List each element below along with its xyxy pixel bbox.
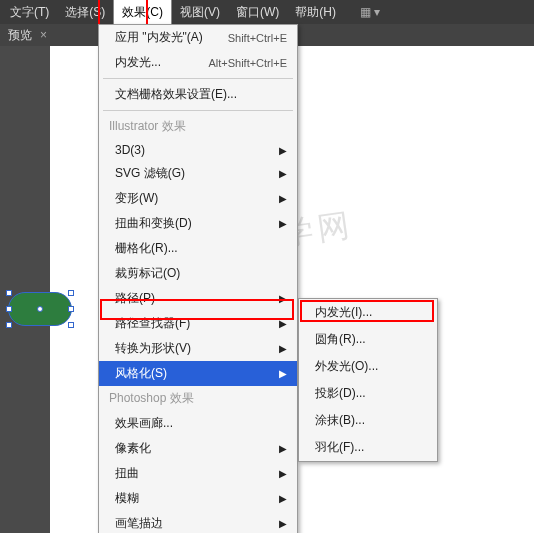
effect-dropdown: 应用 "内发光"(A) Shift+Ctrl+E 内发光... Alt+Shif…: [98, 24, 298, 533]
menu-item-label: 涂抹(B)...: [315, 412, 365, 429]
anchor-handle[interactable]: [6, 306, 12, 312]
group-header-photoshop: Photoshop 效果: [99, 386, 297, 411]
menu-item[interactable]: 转换为形状(V)▶: [99, 336, 297, 361]
menu-item[interactable]: 模糊▶: [99, 486, 297, 511]
anchor-handle[interactable]: [6, 322, 12, 328]
menu-item-label: 扭曲和变换(D): [115, 215, 192, 232]
menu-item[interactable]: 内发光(I)...: [299, 299, 437, 326]
menu-item[interactable]: 路径(P)▶: [99, 286, 297, 311]
menu-item[interactable]: 画笔描边▶: [99, 511, 297, 533]
menu-item-label: 路径查找器(F): [115, 315, 190, 332]
menu-item-label: 应用 "内发光"(A): [115, 29, 203, 46]
menu-item[interactable]: 像素化▶: [99, 436, 297, 461]
shortcut-text: Shift+Ctrl+E: [228, 32, 287, 44]
menu-apply-last[interactable]: 应用 "内发光"(A) Shift+Ctrl+E: [99, 25, 297, 50]
menu-item-label: 投影(D)...: [315, 385, 366, 402]
menu-item-label: 效果画廊...: [115, 415, 173, 432]
chevron-right-icon: ▶: [279, 168, 287, 179]
menu-item[interactable]: 3D(3)▶: [99, 139, 297, 161]
menu-item[interactable]: 扭曲▶: [99, 461, 297, 486]
menu-item[interactable]: 羽化(F)...: [299, 434, 437, 461]
tab-label: 预览: [8, 27, 32, 44]
menu-item[interactable]: 涂抹(B)...: [299, 407, 437, 434]
layout-icon[interactable]: ▦ ▾: [360, 5, 380, 19]
anchor-handle[interactable]: [68, 290, 74, 296]
menu-item-label: 外发光(O)...: [315, 358, 378, 375]
chevron-right-icon: ▶: [279, 518, 287, 529]
group-header-illustrator: Illustrator 效果: [99, 114, 297, 139]
menu-item-label: 路径(P): [115, 290, 155, 307]
chevron-right-icon: ▶: [279, 193, 287, 204]
menu-item[interactable]: 变形(W)▶: [99, 186, 297, 211]
menu-item-label: 羽化(F)...: [315, 439, 364, 456]
menu-effect[interactable]: 效果(C): [113, 0, 172, 26]
chevron-right-icon: ▶: [279, 145, 287, 156]
menu-item-label: 扭曲: [115, 465, 139, 482]
menu-item-label: 圆角(R)...: [315, 331, 366, 348]
menu-inner-glow[interactable]: 内发光... Alt+Shift+Ctrl+E: [99, 50, 297, 75]
menu-item[interactable]: 风格化(S)▶: [99, 361, 297, 386]
menu-item-label: 内发光(I)...: [315, 304, 372, 321]
menu-item-label: 风格化(S): [115, 365, 167, 382]
chevron-right-icon: ▶: [279, 318, 287, 329]
menu-item[interactable]: 圆角(R)...: [299, 326, 437, 353]
menu-item[interactable]: 栅格化(R)...: [99, 236, 297, 261]
menu-item-label: 模糊: [115, 490, 139, 507]
separator: [103, 110, 293, 111]
menu-help[interactable]: 帮助(H): [287, 0, 344, 25]
menu-item[interactable]: 裁剪标记(O): [99, 261, 297, 286]
shortcut-text: Alt+Shift+Ctrl+E: [208, 57, 287, 69]
menu-doc-raster[interactable]: 文档栅格效果设置(E)...: [99, 82, 297, 107]
menu-item-label: 裁剪标记(O): [115, 265, 180, 282]
menu-item-label: 文档栅格效果设置(E)...: [115, 86, 237, 103]
menu-item-label: 像素化: [115, 440, 151, 457]
document-tab[interactable]: 预览 ×: [0, 24, 55, 47]
anchor-handle[interactable]: [6, 290, 12, 296]
menu-item[interactable]: 路径查找器(F)▶: [99, 311, 297, 336]
menu-item[interactable]: 效果画廊...: [99, 411, 297, 436]
separator: [103, 78, 293, 79]
menu-item[interactable]: 扭曲和变换(D)▶: [99, 211, 297, 236]
menu-item-label: 变形(W): [115, 190, 158, 207]
anchor-center[interactable]: [37, 306, 43, 312]
menu-view[interactable]: 视图(V): [172, 0, 228, 25]
close-icon[interactable]: ×: [40, 28, 47, 42]
menu-item-label: SVG 滤镜(G): [115, 165, 185, 182]
menu-text[interactable]: 文字(T): [2, 0, 57, 25]
anchor-handle[interactable]: [68, 322, 74, 328]
chevron-right-icon: ▶: [279, 343, 287, 354]
menu-item-label: 画笔描边: [115, 515, 163, 532]
menu-item-label: 内发光...: [115, 54, 161, 71]
anchor-handle[interactable]: [68, 306, 74, 312]
menu-item[interactable]: 投影(D)...: [299, 380, 437, 407]
menu-item[interactable]: SVG 滤镜(G)▶: [99, 161, 297, 186]
menubar: 文字(T) 选择(S) 效果(C) 视图(V) 窗口(W) 帮助(H) ▦ ▾: [0, 0, 534, 24]
menu-item-label: 3D(3): [115, 143, 145, 157]
menu-select[interactable]: 选择(S): [57, 0, 113, 25]
chevron-right-icon: ▶: [279, 218, 287, 229]
selected-shape[interactable]: [8, 292, 72, 326]
chevron-right-icon: ▶: [279, 443, 287, 454]
menu-item-label: 转换为形状(V): [115, 340, 191, 357]
chevron-right-icon: ▶: [279, 493, 287, 504]
chevron-right-icon: ▶: [279, 468, 287, 479]
menu-item-label: 栅格化(R)...: [115, 240, 178, 257]
menu-item[interactable]: 外发光(O)...: [299, 353, 437, 380]
stylize-submenu: 内发光(I)...圆角(R)...外发光(O)...投影(D)...涂抹(B).…: [298, 298, 438, 462]
chevron-right-icon: ▶: [279, 293, 287, 304]
chevron-right-icon: ▶: [279, 368, 287, 379]
menu-window[interactable]: 窗口(W): [228, 0, 287, 25]
